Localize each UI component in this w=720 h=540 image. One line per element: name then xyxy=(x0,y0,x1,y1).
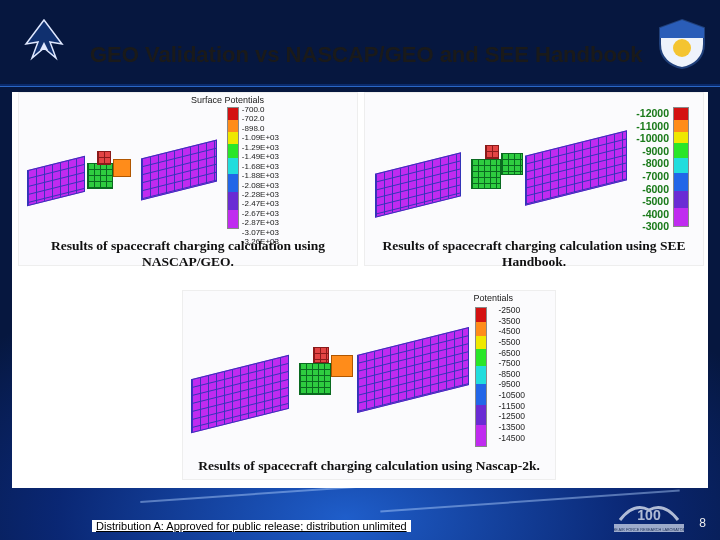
colorbar xyxy=(227,107,239,229)
satellite-render xyxy=(375,133,635,223)
afrl-shield-icon xyxy=(656,18,708,70)
header-divider xyxy=(0,84,720,87)
colorbar xyxy=(475,307,487,447)
figure-panel: Potentials -2500-3500-4500 -5500-6500-75… xyxy=(182,290,556,480)
content-area: Surface Potentials -700.0-702.0-898.0 -1… xyxy=(12,92,708,488)
svg-point-1 xyxy=(673,39,691,57)
distribution-statement: Distribution A: Approved for public rele… xyxy=(92,520,411,532)
figure-nascap-geo: Surface Potentials -700.0-702.0-898.0 -1… xyxy=(18,92,358,266)
air-force-logo-icon xyxy=(14,14,74,68)
slide-footer: Distribution A: Approved for public rele… xyxy=(12,510,708,532)
figure-caption: Results of spacecraft charging calculati… xyxy=(364,238,704,270)
figure-see-handbook: -12000-11000-10000 -9000-8000-7000 -6000… xyxy=(364,92,704,266)
slide-header: GEO Validation vs NASCAP/GEO and SEE Han… xyxy=(0,0,720,88)
satellite-render xyxy=(191,331,471,441)
colorbar-title: Surface Potentials xyxy=(191,95,264,105)
slide-title: GEO Validation vs NASCAP/GEO and SEE Han… xyxy=(90,42,643,68)
colorbar xyxy=(673,107,689,227)
satellite-render xyxy=(27,141,227,221)
colorbar-title: Potentials xyxy=(473,293,513,303)
colorbar-ticks-bottom: -2500-3500-4500 -5500-6500-7500 -8500-95… xyxy=(499,305,525,443)
figure-caption: Results of spacecraft charging calculati… xyxy=(182,458,556,474)
colorbar-ticks-right: -12000-11000-10000 -9000-8000-7000 -6000… xyxy=(636,107,669,233)
colorbar-ticks-left: -700.0-702.0-898.0 -1.09E+03-1.29E+03-1.… xyxy=(242,105,279,247)
figure-nascap-2k: Potentials -2500-3500-4500 -5500-6500-75… xyxy=(182,290,556,480)
figure-caption: Results of spacecraft charging calculati… xyxy=(18,238,358,270)
page-number: 8 xyxy=(699,516,706,530)
